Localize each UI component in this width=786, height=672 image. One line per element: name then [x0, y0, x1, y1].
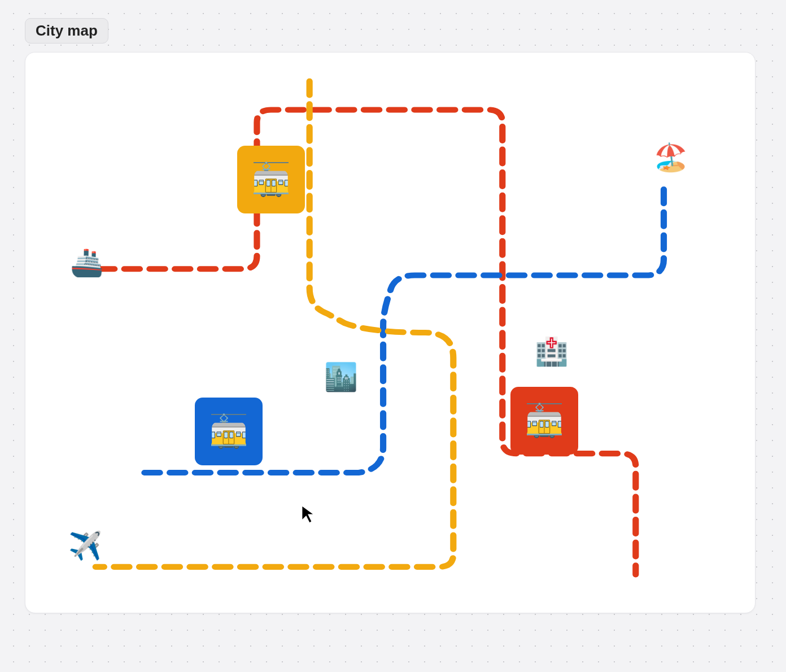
- poi-city[interactable]: 🏙️: [324, 364, 358, 391]
- tram-icon: 🚋: [525, 402, 564, 439]
- diagram-title-chip[interactable]: City map: [25, 18, 108, 43]
- poi-beach[interactable]: 🏖️: [654, 144, 688, 171]
- station-red[interactable]: 🚋: [510, 387, 578, 455]
- ship-icon: 🚢: [70, 247, 104, 277]
- mouse-cursor-icon: [299, 504, 320, 524]
- poi-plane[interactable]: ✈️: [68, 533, 102, 560]
- tram-icon: 🚋: [251, 161, 291, 198]
- station-blue[interactable]: 🚋: [195, 398, 263, 465]
- poi-ship[interactable]: 🚢: [70, 249, 104, 276]
- route-map-svg: [25, 53, 755, 613]
- poi-hospital[interactable]: 🏥: [535, 338, 569, 365]
- beach-icon: 🏖️: [654, 142, 688, 172]
- map-card[interactable]: 🚋🚋🚋 🚢🏖️🏥🏙️✈️: [25, 52, 756, 613]
- tram-icon: 🚋: [209, 413, 248, 450]
- city-icon: 🏙️: [324, 362, 358, 392]
- plane-icon: ✈️: [68, 531, 102, 561]
- hospital-icon: 🏥: [535, 337, 569, 366]
- station-yellow[interactable]: 🚋: [237, 146, 305, 213]
